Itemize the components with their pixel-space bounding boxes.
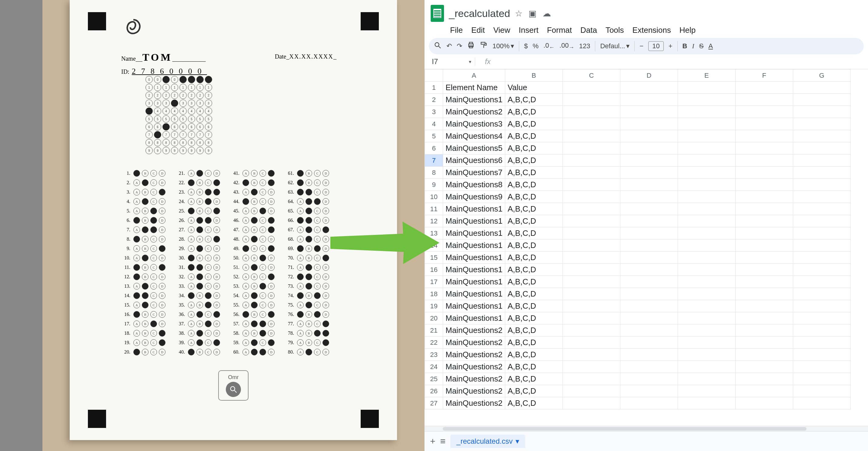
cell[interactable] xyxy=(678,106,735,118)
cell[interactable]: MainQuestions1 xyxy=(443,300,505,312)
cell[interactable] xyxy=(793,325,850,337)
cell[interactable] xyxy=(562,300,620,312)
cell[interactable] xyxy=(678,312,735,325)
cell[interactable]: A,B,C,D xyxy=(505,203,562,215)
cell[interactable] xyxy=(793,179,850,191)
column-header[interactable]: E xyxy=(678,69,735,82)
row-header[interactable]: 24 xyxy=(425,361,443,373)
cell[interactable]: A,B,C,D xyxy=(505,300,562,312)
row-header[interactable]: 6 xyxy=(425,142,443,154)
cell[interactable] xyxy=(793,227,850,239)
cell[interactable] xyxy=(562,227,620,239)
bold-button[interactable]: B xyxy=(683,42,687,50)
menu-data[interactable]: Data xyxy=(580,26,597,35)
cell[interactable]: MainQuestions3 xyxy=(443,118,505,130)
cell[interactable] xyxy=(793,167,850,179)
cell[interactable] xyxy=(793,203,850,215)
cell[interactable] xyxy=(620,154,678,167)
cell[interactable] xyxy=(735,325,793,337)
cell[interactable] xyxy=(793,191,850,203)
cell[interactable] xyxy=(562,82,620,94)
cell[interactable] xyxy=(793,215,850,227)
sheets-app-icon[interactable] xyxy=(431,5,444,22)
cell[interactable] xyxy=(562,397,620,410)
cell[interactable] xyxy=(620,94,678,106)
zoom-dropdown[interactable]: 100% ▾ xyxy=(493,42,514,50)
cell[interactable] xyxy=(735,373,793,385)
column-header[interactable]: G xyxy=(793,69,850,82)
cell[interactable] xyxy=(562,130,620,142)
cell[interactable] xyxy=(562,179,620,191)
row-header[interactable]: 7 xyxy=(425,154,443,167)
cell[interactable]: A,B,C,D xyxy=(505,191,562,203)
cell[interactable] xyxy=(735,142,793,154)
strikethrough-button[interactable]: S xyxy=(699,42,704,50)
cell[interactable] xyxy=(735,106,793,118)
cell[interactable] xyxy=(620,227,678,239)
cell[interactable]: MainQuestions1 xyxy=(443,203,505,215)
cell[interactable] xyxy=(562,203,620,215)
cell[interactable] xyxy=(562,288,620,300)
row-header[interactable]: 25 xyxy=(425,373,443,385)
cell[interactable]: A,B,C,D xyxy=(505,373,562,385)
add-sheet-button[interactable]: + xyxy=(430,436,435,447)
cell[interactable] xyxy=(735,179,793,191)
cell[interactable]: MainQuestions6 xyxy=(443,154,505,167)
row-header[interactable]: 17 xyxy=(425,276,443,288)
cell[interactable] xyxy=(793,397,850,410)
cell[interactable]: MainQuestions1 xyxy=(443,227,505,239)
cell[interactable] xyxy=(562,167,620,179)
cell[interactable] xyxy=(735,94,793,106)
cell[interactable] xyxy=(562,337,620,349)
column-header[interactable]: A xyxy=(443,69,505,82)
row-header[interactable]: 9 xyxy=(425,179,443,191)
cell[interactable] xyxy=(678,373,735,385)
cell[interactable] xyxy=(735,130,793,142)
cell[interactable] xyxy=(620,239,678,252)
row-header[interactable]: 10 xyxy=(425,191,443,203)
cell[interactable]: MainQuestions2 xyxy=(443,361,505,373)
cell[interactable]: MainQuestions2 xyxy=(443,397,505,410)
cell[interactable] xyxy=(620,118,678,130)
cell[interactable] xyxy=(678,239,735,252)
cell[interactable] xyxy=(793,349,850,361)
cell[interactable] xyxy=(735,288,793,300)
cell[interactable]: A,B,C,D xyxy=(505,264,562,276)
text-color-button[interactable]: A xyxy=(708,42,713,50)
cell[interactable]: MainQuestions1 xyxy=(443,94,505,106)
cell[interactable] xyxy=(793,252,850,264)
cell[interactable] xyxy=(562,349,620,361)
cell[interactable] xyxy=(678,349,735,361)
cell[interactable] xyxy=(793,385,850,397)
cell[interactable]: A,B,C,D xyxy=(505,385,562,397)
cell[interactable]: A,B,C,D xyxy=(505,179,562,191)
cell[interactable] xyxy=(678,118,735,130)
star-icon[interactable]: ☆ xyxy=(515,8,523,19)
menu-file[interactable]: File xyxy=(450,26,463,35)
cell[interactable] xyxy=(735,227,793,239)
menu-extensions[interactable]: Extensions xyxy=(632,26,671,35)
cell[interactable] xyxy=(562,361,620,373)
row-header[interactable]: 5 xyxy=(425,130,443,142)
cell[interactable]: MainQuestions2 xyxy=(443,349,505,361)
cell[interactable] xyxy=(678,300,735,312)
cell[interactable]: MainQuestions2 xyxy=(443,106,505,118)
cell[interactable] xyxy=(562,264,620,276)
cell[interactable]: Value xyxy=(505,82,562,94)
cell[interactable]: MainQuestions1 xyxy=(443,215,505,227)
cell[interactable] xyxy=(793,337,850,349)
cell[interactable] xyxy=(735,300,793,312)
currency-button[interactable]: $ xyxy=(524,42,528,50)
cell[interactable] xyxy=(793,361,850,373)
more-formats-button[interactable]: 123 xyxy=(579,42,590,50)
row-header[interactable]: 23 xyxy=(425,349,443,361)
cell[interactable] xyxy=(793,118,850,130)
spreadsheet-grid[interactable]: ABCDEFG1Element NameValue2MainQuestions1… xyxy=(425,69,868,426)
cell[interactable] xyxy=(678,154,735,167)
cell[interactable] xyxy=(678,276,735,288)
cell[interactable] xyxy=(620,252,678,264)
italic-button[interactable]: I xyxy=(692,42,694,50)
cell[interactable] xyxy=(735,397,793,410)
cell[interactable]: A,B,C,D xyxy=(505,397,562,410)
cell[interactable] xyxy=(793,142,850,154)
